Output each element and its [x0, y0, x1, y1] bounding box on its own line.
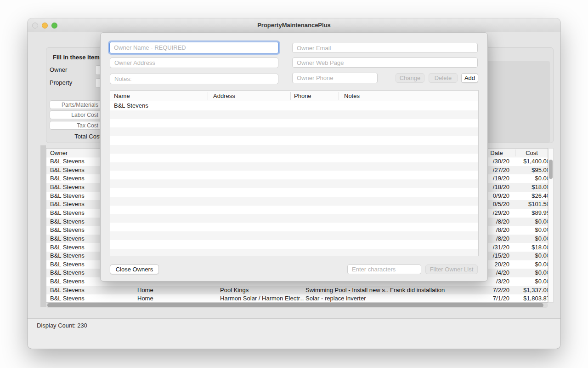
address-column-header[interactable]: Address: [213, 91, 235, 101]
phone-column-header[interactable]: Phone: [294, 91, 311, 101]
cell-name: [114, 154, 206, 162]
change-button[interactable]: Change: [396, 73, 424, 83]
cell-address: [213, 214, 288, 223]
cell-cost: $0.00: [515, 235, 548, 243]
owners-table-row[interactable]: [110, 154, 478, 162]
owners-table-row[interactable]: [110, 214, 478, 223]
column-divider: [339, 92, 339, 100]
filter-owner-list-button[interactable]: Filter Owner List: [425, 264, 478, 274]
status-bar: Display Count: 230: [28, 318, 560, 349]
owners-table-row[interactable]: [110, 206, 478, 214]
cell-property: Home: [137, 286, 218, 295]
owner-address-input[interactable]: [110, 58, 278, 68]
cell-address: [213, 154, 288, 162]
app-window: PropertyMaintenancePlus Fill in these it…: [28, 18, 560, 349]
cell-notes: [390, 294, 476, 303]
delete-button[interactable]: Delete: [429, 73, 458, 83]
cell-cost: $18.00: [515, 243, 548, 252]
cell-phone: [294, 171, 337, 179]
owners-table-row[interactable]: [110, 231, 478, 240]
cell-address: [213, 119, 288, 128]
owners-table-row[interactable]: [110, 162, 478, 171]
owners-table-row[interactable]: [110, 223, 478, 231]
cell-phone: [294, 179, 337, 188]
cell-name: [114, 231, 206, 240]
cell-phone: [294, 240, 337, 249]
cell-cost: $95.00: [515, 166, 548, 175]
cell-address: [213, 145, 288, 154]
vertical-scrollbar-thumb[interactable]: [549, 160, 553, 179]
add-button[interactable]: Add: [461, 73, 478, 83]
cell-property: Home: [137, 294, 218, 303]
owners-table-row[interactable]: [110, 197, 478, 206]
cell-address: [213, 223, 288, 231]
cell-cost: $101.50: [515, 200, 548, 209]
filter-characters-input[interactable]: [347, 264, 421, 274]
cell-phone: [294, 223, 337, 231]
cell-notes: [344, 145, 475, 154]
cell-notes: [344, 154, 475, 162]
owners-table-row[interactable]: [110, 249, 478, 256]
parts-materials-input[interactable]: [50, 100, 101, 109]
vertical-scrollbar[interactable]: [548, 148, 554, 303]
column-divider: [290, 92, 291, 100]
owners-table-row[interactable]: [110, 179, 478, 188]
cell-address: [213, 249, 288, 256]
owner-column-header[interactable]: Owner: [50, 149, 68, 157]
cell-cost: $1,803.87: [515, 294, 548, 303]
owners-table-row[interactable]: [110, 136, 478, 145]
notes-column-header[interactable]: Notes: [344, 91, 360, 101]
cost-column-header[interactable]: Cost: [515, 149, 548, 157]
cell-cost: $1,337.00: [515, 286, 548, 295]
owner-label: Owner: [50, 66, 67, 73]
cell-cost: $0.00: [515, 226, 548, 235]
cell-notes: [344, 197, 475, 206]
table-row[interactable]: B&L StevensHomePool KingsSwimming Pool -…: [46, 286, 548, 295]
labor-cost-input[interactable]: [50, 110, 101, 119]
owner-email-input[interactable]: [292, 43, 478, 53]
cell-phone: [294, 162, 337, 171]
cell-notes: [344, 102, 475, 110]
owner-name-input[interactable]: [109, 42, 279, 53]
window-titlebar[interactable]: PropertyMaintenancePlus: [28, 18, 560, 32]
cell-notes: [344, 179, 475, 188]
display-count-label: Display Count: 230: [37, 322, 87, 329]
owners-table[interactable]: Name Address Phone Notes B&L Stevens: [110, 90, 479, 256]
cell-cost: $26.40: [515, 192, 548, 201]
cell-phone: [294, 145, 337, 154]
owners-table-row[interactable]: [110, 145, 478, 154]
owners-table-row[interactable]: [110, 188, 478, 197]
name-column-header[interactable]: Name: [114, 91, 130, 101]
cell-phone: [294, 102, 337, 110]
owners-table-row[interactable]: [110, 127, 478, 136]
cell-name: [114, 240, 206, 249]
owners-table-row[interactable]: [110, 240, 478, 249]
owners-table-row[interactable]: [110, 110, 478, 119]
cell-notes: Frank did installation: [390, 286, 476, 295]
cell-phone: [294, 119, 337, 128]
cell-notes: [344, 214, 475, 223]
tax-cost-input[interactable]: [50, 121, 101, 130]
cell-description: Swimming Pool - Install new s…: [305, 286, 388, 295]
owners-table-header[interactable]: Name Address Phone Notes: [110, 91, 478, 101]
cell-address: [213, 231, 288, 240]
cell-address: [213, 162, 288, 171]
cell-phone: [294, 249, 337, 256]
owners-table-row[interactable]: B&L Stevens: [110, 102, 478, 110]
cell-name: [114, 110, 206, 119]
notes-input[interactable]: [110, 74, 278, 84]
horizontal-scrollbar[interactable]: [46, 303, 548, 308]
owner-webpage-input[interactable]: [292, 58, 478, 68]
owners-table-row[interactable]: [110, 119, 478, 128]
horizontal-scrollbar-thumb[interactable]: [47, 303, 543, 307]
cell-name: [114, 127, 206, 136]
cell-address: [213, 110, 288, 119]
table-row[interactable]: B&L StevensHomeHarmon Solar / Harmon Ele…: [46, 294, 548, 303]
owner-phone-input[interactable]: [292, 73, 378, 83]
owners-table-row[interactable]: [110, 171, 478, 179]
cell-name: [114, 249, 206, 256]
cell-name: [114, 179, 206, 188]
close-owners-button[interactable]: Close Owners: [110, 264, 159, 274]
fill-items-label: Fill in these items: [53, 54, 103, 61]
cell-notes: [344, 162, 475, 171]
